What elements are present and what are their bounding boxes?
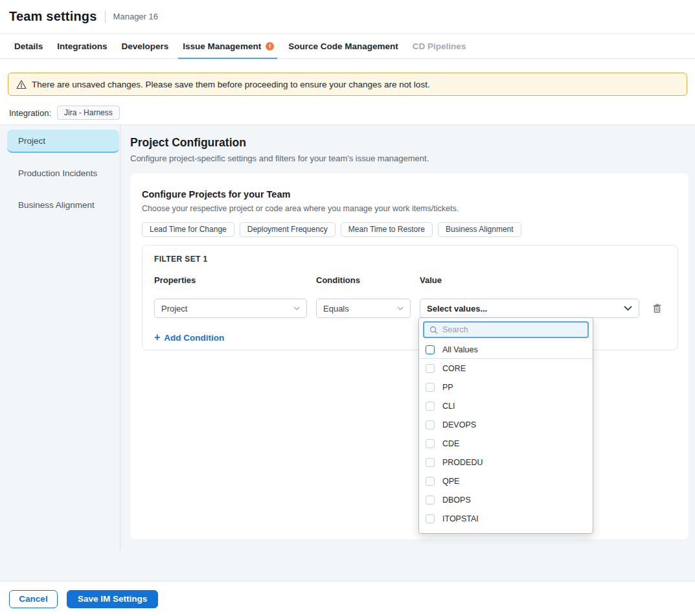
tab-label: Details — [14, 41, 43, 51]
option-label: DEVOPS — [442, 420, 476, 429]
option-checkbox[interactable] — [426, 383, 435, 392]
sidebar-item-label: Project — [18, 136, 45, 146]
option-label: PP — [442, 383, 453, 392]
card-subtitle: Choose your respective project or code a… — [142, 204, 678, 213]
sidebar-item-label: Production Incidents — [18, 168, 97, 178]
option-checkbox[interactable] — [426, 402, 435, 411]
tab-label: CD Pipelines — [413, 41, 466, 51]
option-label: PIPE — [442, 533, 461, 534]
filter-set-title: FILTER SET 1 — [154, 255, 666, 264]
filter-condition-row: Project Equals Select values... — [154, 299, 666, 318]
value-dropdown-panel: All Values CORE PP CLI DEVOPS CDE — [418, 317, 593, 534]
integration-row: Integration: Jira - Harness — [9, 106, 695, 120]
conditions-select[interactable]: Equals — [316, 299, 411, 318]
all-values-label: All Values — [442, 345, 478, 354]
dropdown-option-pp[interactable]: PP — [419, 378, 593, 396]
chevron-down-icon — [624, 306, 632, 311]
metric-chip-lead-time[interactable]: Lead Time for Change — [142, 222, 234, 237]
save-im-settings-button[interactable]: Save IM Settings — [67, 590, 158, 608]
conditions-column-label: Conditions — [316, 275, 411, 285]
tab-developers[interactable]: Developers — [122, 34, 169, 58]
dropdown-option-pipe[interactable]: PIPE — [419, 528, 593, 534]
card-title: Configure Projects for your Team — [142, 189, 678, 200]
sidebar-item-production-incidents[interactable]: Production Incidents — [7, 161, 119, 185]
dropdown-option-cde[interactable]: CDE — [419, 434, 593, 453]
banner-text: There are unsaved changes. Please save t… — [32, 80, 430, 89]
page-title: Team settings — [9, 9, 97, 24]
filter-set-1: FILTER SET 1 Properties Conditions Value… — [142, 245, 678, 350]
tab-label: Integrations — [57, 41, 107, 51]
conditions-select-value: Equals — [323, 304, 349, 314]
value-column-label: Value — [420, 275, 639, 285]
tab-cd-pipelines: CD Pipelines — [413, 34, 466, 58]
metric-chip-row: Lead Time for Change Deployment Frequenc… — [142, 222, 678, 237]
dropdown-search[interactable] — [423, 321, 589, 338]
dropdown-option-qpe[interactable]: QPE — [419, 472, 593, 490]
option-checkbox[interactable] — [426, 533, 435, 534]
add-condition-label: Add Condition — [164, 333, 224, 343]
sidebar-item-project[interactable]: Project — [7, 130, 119, 153]
option-checkbox[interactable] — [426, 496, 435, 505]
tab-label: Developers — [122, 41, 169, 51]
dropdown-option-itopstai[interactable]: ITOPSTAI — [419, 509, 593, 528]
unsaved-alert-badge: ! — [266, 42, 274, 51]
integration-chip[interactable]: Jira - Harness — [57, 106, 120, 120]
option-checkbox[interactable] — [426, 420, 435, 429]
chevron-down-icon — [397, 306, 404, 311]
metric-chip-deployment-frequency[interactable]: Deployment Frequency — [240, 222, 336, 237]
option-label: QPE — [442, 477, 459, 486]
unsaved-changes-banner: There are unsaved changes. Please save t… — [8, 73, 687, 96]
dropdown-option-dbops[interactable]: DBOPS — [419, 490, 593, 509]
all-values-option[interactable]: All Values — [419, 341, 593, 359]
delete-condition-button[interactable] — [651, 302, 663, 314]
option-label: ITOPSTAI — [442, 514, 479, 523]
dropdown-option-core[interactable]: CORE — [419, 359, 593, 378]
cancel-button[interactable]: Cancel — [9, 590, 58, 608]
value-multiselect[interactable]: Select values... — [420, 299, 639, 318]
tab-label: Issue Management — [183, 41, 261, 51]
value-select-placeholder: Select values... — [427, 304, 487, 314]
option-checkbox[interactable] — [426, 364, 435, 373]
warning-icon — [16, 80, 27, 89]
add-condition-button[interactable]: + Add Condition — [154, 332, 224, 343]
sidebar-item-business-alignment[interactable]: Business Alignment — [7, 193, 119, 216]
dropdown-option-devops[interactable]: DEVOPS — [419, 415, 593, 434]
sidebar-item-label: Business Alignment — [18, 200, 95, 210]
properties-column-label: Properties — [154, 275, 307, 285]
tab-issue-management[interactable]: Issue Management ! — [183, 34, 274, 58]
section-description: Configure project-specific settings and … — [130, 154, 689, 163]
option-checkbox[interactable] — [426, 477, 435, 486]
option-label: PRODEDU — [442, 458, 483, 467]
footer-action-bar: Cancel Save IM Settings — [0, 581, 695, 616]
metric-chip-mean-time-to-restore[interactable]: Mean Time to Restore — [341, 222, 433, 237]
search-input[interactable] — [442, 325, 582, 334]
settings-sidebar: Project Production Incidents Business Al… — [0, 125, 120, 550]
section-heading: Project Configuration — [130, 136, 689, 150]
all-values-checkbox[interactable] — [426, 345, 435, 354]
plus-icon: + — [154, 332, 160, 343]
option-label: CLI — [442, 402, 455, 411]
dropdown-option-prodedu[interactable]: PRODEDU — [419, 453, 593, 472]
option-label: DBOPS — [442, 496, 471, 505]
main-content: Project Configuration Configure project-… — [130, 125, 689, 540]
page-subtitle: Manager 16 — [105, 11, 158, 23]
page-header: Team settings Manager 16 — [0, 0, 695, 34]
option-checkbox[interactable] — [426, 514, 435, 523]
configure-projects-card: Configure Projects for your Team Choose … — [130, 173, 689, 540]
tab-integrations[interactable]: Integrations — [57, 34, 107, 58]
search-icon — [429, 326, 438, 334]
tab-details[interactable]: Details — [14, 34, 43, 58]
properties-select-value: Project — [161, 304, 187, 314]
option-checkbox[interactable] — [426, 458, 435, 467]
option-label: CORE — [442, 364, 466, 373]
tab-bar: Details Integrations Developers Issue Ma… — [0, 34, 695, 59]
integration-label: Integration: — [9, 108, 51, 118]
option-label: CDE — [442, 439, 459, 448]
metric-chip-business-alignment[interactable]: Business Alignment — [438, 222, 521, 237]
workspace: Project Production Incidents Business Al… — [0, 124, 695, 581]
option-checkbox[interactable] — [426, 439, 435, 448]
tab-source-code-management[interactable]: Source Code Management — [288, 34, 398, 58]
dropdown-option-cli[interactable]: CLI — [419, 396, 593, 415]
tab-label: Source Code Management — [288, 41, 398, 51]
properties-select[interactable]: Project — [154, 299, 307, 318]
